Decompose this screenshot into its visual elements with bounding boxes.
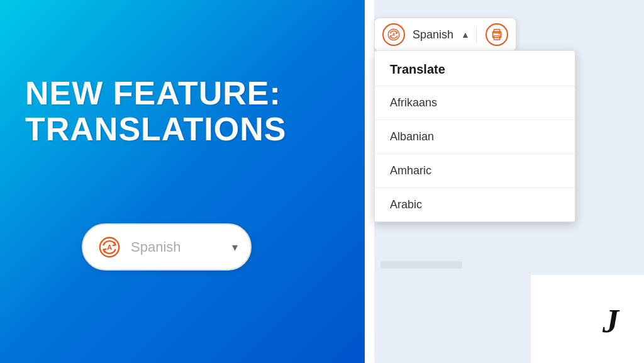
toolbar-language-label: Spanish bbox=[410, 28, 456, 42]
dropdown-panel: Translate Afrikaans Albanian Amharic Ara… bbox=[374, 50, 575, 222]
widget-chevron-icon[interactable]: ▾ bbox=[232, 240, 238, 254]
left-banner bbox=[0, 0, 365, 363]
widget-language-label: Spanish bbox=[131, 239, 225, 255]
bg-text bbox=[380, 261, 462, 269]
svg-text:A: A bbox=[107, 243, 112, 250]
toolbar-panel: A Spanish ▲ bbox=[374, 18, 516, 52]
dropdown-header: Translate bbox=[375, 51, 575, 86]
translate-icon-large: A bbox=[96, 233, 123, 261]
dropdown-item-albanian[interactable]: Albanian bbox=[375, 120, 575, 154]
heading-line1: NEW FEATURE: bbox=[25, 75, 286, 111]
toolbar-translate-button[interactable]: A bbox=[382, 23, 405, 46]
svg-point-7 bbox=[499, 33, 500, 35]
white-bottom-right bbox=[531, 275, 644, 363]
dropdown-item-arabic[interactable]: Arabic bbox=[375, 188, 575, 221]
j-logo: J bbox=[602, 305, 619, 338]
translate-widget-large[interactable]: A Spanish ▾ bbox=[82, 223, 252, 271]
toolbar-divider bbox=[476, 27, 477, 42]
toolbar-print-button[interactable] bbox=[486, 23, 508, 46]
toolbar-chevron-up-icon[interactable]: ▲ bbox=[461, 30, 470, 40]
svg-text:A: A bbox=[392, 32, 396, 36]
feature-heading: NEW FEATURE: TRANSLATIONS bbox=[25, 75, 286, 147]
dropdown-item-amharic[interactable]: Amharic bbox=[375, 154, 575, 188]
dropdown-item-afrikaans[interactable]: Afrikaans bbox=[375, 86, 575, 120]
heading-line2: TRANSLATIONS bbox=[25, 111, 286, 147]
